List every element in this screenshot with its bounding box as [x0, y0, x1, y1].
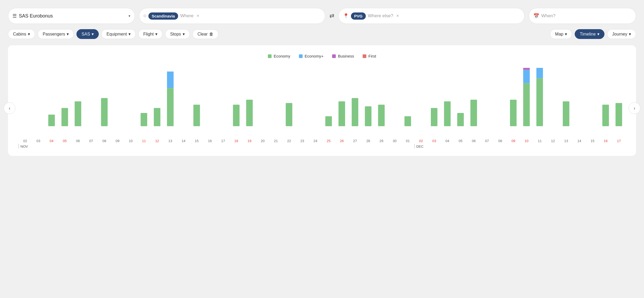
chart-card: Economy Economy+ Business First ‹ 020304…	[8, 45, 636, 156]
svg-rect-5	[154, 108, 160, 126]
destination-close-icon[interactable]: ×	[396, 14, 399, 18]
date-label: 11	[137, 139, 151, 143]
date-label: 01	[401, 139, 414, 143]
date-label: 26	[335, 139, 349, 143]
first-label: First	[368, 54, 376, 58]
calendar-icon: 📅	[533, 13, 539, 19]
date-label: 20	[256, 139, 269, 143]
first-dot	[363, 54, 366, 58]
date-label: 08	[493, 139, 507, 143]
svg-rect-27	[536, 68, 543, 78]
prev-button[interactable]: ‹	[4, 102, 15, 114]
svg-rect-24	[523, 70, 530, 83]
swap-button[interactable]: ⇄	[329, 12, 334, 19]
date-label: 12	[151, 139, 164, 143]
date-label: 27	[349, 139, 362, 143]
date-label: 19	[243, 139, 256, 143]
svg-rect-7	[167, 72, 174, 88]
economy-plus-dot	[299, 54, 303, 58]
date-label: 25	[322, 139, 335, 143]
next-button[interactable]: ›	[629, 102, 640, 114]
date-label: 13	[560, 139, 573, 143]
svg-rect-3	[101, 98, 108, 126]
destination-pill[interactable]: PVG	[351, 12, 366, 20]
svg-rect-30	[602, 105, 609, 126]
legend-business: Business	[332, 54, 354, 58]
svg-rect-29	[563, 101, 569, 126]
date-label: 13	[164, 139, 177, 143]
svg-rect-8	[193, 105, 200, 126]
svg-rect-13	[338, 101, 345, 126]
chart-wrapper: ‹ 02030405060708091011121314151617181920…	[19, 68, 625, 148]
svg-rect-11	[286, 103, 292, 126]
filter-bar: Cabins ▾ Passengers ▾ SAS ▾ Equipment ▾ …	[8, 29, 636, 39]
dec-month-label: DEC	[414, 144, 423, 148]
svg-rect-1	[62, 108, 68, 126]
svg-rect-6	[167, 88, 174, 126]
timeline-button[interactable]: Timeline ▾	[575, 29, 604, 39]
date-label: 16	[203, 139, 217, 143]
month-labels: NOVDEC	[19, 144, 625, 148]
date-label: 02	[19, 139, 32, 143]
passengers-filter[interactable]: Passengers ▾	[38, 29, 74, 39]
sas-chevron-icon: ▾	[92, 32, 94, 37]
svg-rect-26	[536, 78, 543, 126]
date-label: 24	[309, 139, 322, 143]
clear-trash-icon: 🗑	[209, 32, 213, 37]
svg-rect-14	[352, 98, 358, 126]
sas-filter[interactable]: SAS ▾	[76, 29, 99, 39]
menu-icon[interactable]: ☰	[12, 13, 17, 19]
date-label: 05	[58, 139, 71, 143]
economy-plus-label: Economy+	[305, 54, 324, 58]
destination-search[interactable]: 📍 PVG Where else? ×	[338, 8, 525, 24]
svg-rect-17	[405, 116, 411, 126]
date-label: 15	[190, 139, 203, 143]
legend-economy-plus: Economy+	[299, 54, 324, 58]
date-label: 30	[388, 139, 401, 143]
svg-rect-20	[457, 113, 464, 126]
date-label: 14	[573, 139, 586, 143]
destination-placeholder: Where else?	[368, 13, 393, 19]
flight-chevron-icon: ▾	[155, 32, 157, 37]
flight-filter[interactable]: Flight ▾	[138, 29, 162, 39]
date-placeholder: When?	[541, 13, 556, 19]
date-label: 14	[177, 139, 190, 143]
origin-placeholder: Where	[180, 13, 194, 19]
date-label: 02	[414, 139, 428, 143]
svg-rect-22	[510, 100, 517, 126]
location-icon: 📍	[343, 13, 349, 19]
program-selector[interactable]: ☰ SAS Eurobonus ▾	[8, 8, 135, 24]
origin-search[interactable]: Scandinavia Where ×	[139, 8, 325, 24]
economy-dot	[268, 54, 272, 58]
date-picker[interactable]: 📅 When?	[529, 8, 636, 24]
date-label: 29	[375, 139, 388, 143]
map-button[interactable]: Map ▾	[550, 29, 572, 39]
date-label: 11	[533, 139, 546, 143]
clear-filter[interactable]: Clear 🗑	[192, 29, 218, 39]
date-label: 22	[282, 139, 296, 143]
date-label: 18	[230, 139, 243, 143]
stops-filter[interactable]: Stops ▾	[165, 29, 190, 39]
origin-dot-icon	[144, 15, 146, 17]
cabins-filter[interactable]: Cabins ▾	[8, 29, 35, 39]
date-label: 03	[428, 139, 441, 143]
equipment-filter[interactable]: Equipment ▾	[101, 29, 136, 39]
date-label: 06	[71, 139, 85, 143]
date-label: 15	[586, 139, 599, 143]
legend-economy: Economy	[268, 54, 290, 58]
chart-legend: Economy Economy+ Business First	[19, 54, 625, 58]
origin-close-icon[interactable]: ×	[197, 14, 199, 18]
date-label: 07	[480, 139, 494, 143]
equipment-chevron-icon: ▾	[128, 32, 131, 37]
date-label: 21	[269, 139, 282, 143]
nov-month-label: NOV	[19, 144, 28, 148]
origin-pill[interactable]: Scandinavia	[148, 12, 178, 20]
date-label: 04	[441, 139, 454, 143]
date-label: 12	[546, 139, 560, 143]
economy-label: Economy	[274, 54, 290, 58]
legend-first: First	[363, 54, 376, 58]
date-label: 16	[599, 139, 612, 143]
journey-button[interactable]: Journey ▾	[607, 29, 636, 39]
date-label: 08	[98, 139, 111, 143]
top-bar: ☰ SAS Eurobonus ▾ Scandinavia Where × ⇄ …	[8, 8, 636, 24]
